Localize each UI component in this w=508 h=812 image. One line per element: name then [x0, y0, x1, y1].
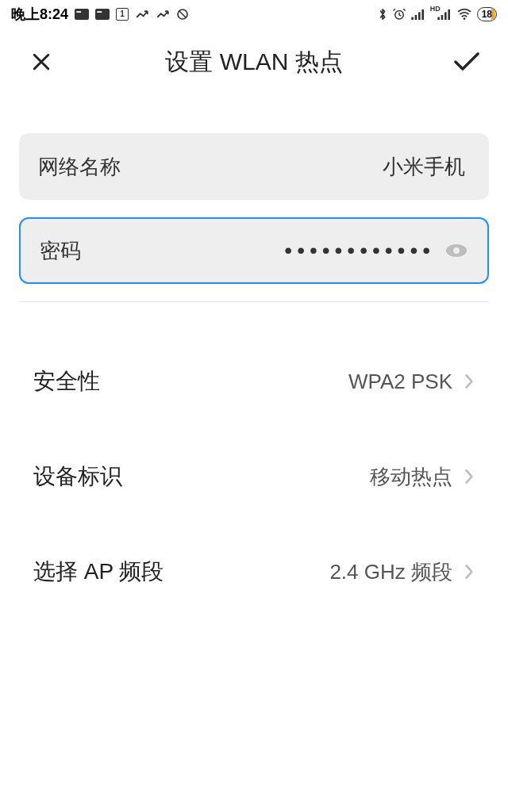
password-label: 密码 [40, 237, 81, 265]
security-value: WPA2 PSK [348, 370, 452, 394]
status-right: HD 18 [378, 7, 497, 21]
status-left: 晚上8:24 1 [11, 5, 189, 24]
page-title: 设置 WLAN 热点 [165, 46, 342, 79]
divider [19, 301, 489, 302]
password-field[interactable]: 密码 •••••••••••• [19, 217, 489, 284]
checkmark-icon [452, 50, 481, 74]
chevron-right-icon [464, 563, 475, 580]
svg-rect-6 [421, 10, 424, 20]
chevron-right-icon [464, 373, 475, 390]
device-id-value: 移动热点 [370, 463, 452, 491]
close-icon [29, 50, 53, 74]
battery-indicator: 18 [477, 7, 497, 21]
network-name-field[interactable]: 网络名称 小米手机 [19, 133, 489, 200]
content: 网络名称 小米手机 密码 •••••••••••• 安全性 WPA2 PSK 设… [0, 133, 508, 619]
status-time: 晚上8:24 [11, 5, 68, 24]
svg-rect-3 [411, 17, 414, 21]
chevron-right-icon [464, 468, 475, 485]
svg-point-13 [453, 247, 460, 254]
svg-line-1 [179, 11, 186, 17]
device-id-setting[interactable]: 设备标识 移动热点 [19, 429, 489, 524]
wifi-icon [456, 8, 472, 21]
svg-point-11 [463, 17, 465, 20]
header: 设置 WLAN 热点 [0, 29, 508, 95]
ap-band-setting[interactable]: 选择 AP 频段 2.4 GHz 频段 [19, 524, 489, 619]
svg-rect-7 [437, 17, 440, 21]
status-bar: 晚上8:24 1 HD 18 [0, 0, 508, 29]
missed-call-icon [135, 9, 149, 20]
hd-signal-icon: HD [430, 9, 452, 20]
alarm-icon [392, 7, 406, 21]
signal-icon [411, 9, 425, 20]
bluetooth-icon [378, 7, 387, 21]
close-button[interactable] [24, 44, 59, 79]
missed-call-icon [156, 9, 170, 20]
do-not-disturb-icon [176, 8, 189, 21]
notification-icon [75, 9, 89, 20]
battery-level: 18 [480, 9, 492, 20]
ap-band-label: 选择 AP 频段 [33, 557, 329, 587]
notification-icon [95, 9, 110, 20]
security-setting[interactable]: 安全性 WPA2 PSK [19, 334, 489, 429]
svg-rect-4 [414, 15, 417, 20]
device-id-label: 设备标识 [33, 462, 370, 492]
network-name-value: 小米手机 [121, 153, 470, 181]
ap-band-value: 2.4 GHz 频段 [329, 558, 452, 586]
show-password-button[interactable] [444, 242, 468, 259]
svg-rect-8 [441, 15, 443, 20]
network-name-label: 网络名称 [38, 153, 121, 181]
security-label: 安全性 [33, 366, 348, 396]
eye-icon [444, 242, 468, 259]
svg-rect-9 [444, 12, 447, 20]
svg-rect-10 [448, 10, 450, 20]
calendar-icon: 1 [116, 8, 129, 21]
confirm-button[interactable] [449, 44, 484, 79]
password-value: •••••••••••• [81, 238, 444, 263]
svg-rect-5 [418, 12, 421, 20]
